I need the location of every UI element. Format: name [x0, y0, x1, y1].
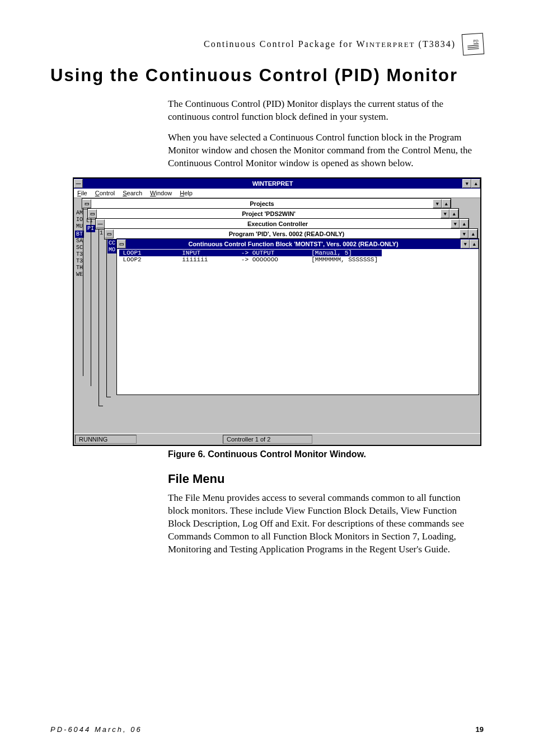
system-menu-icon[interactable]: ▭ — [117, 240, 126, 248]
cc-title: Continuous Control Function Block 'MONTS… — [126, 241, 461, 247]
project-window: ▭ Project 'PDS2WIN' ▾ ▴ — [87, 208, 459, 219]
mdi-client-area: AM IO MU BT SA SC T3 T3 TH WE ▭ Projects… — [74, 198, 480, 433]
exec-title: Execution Controller — [105, 220, 451, 227]
page-header: Continuous Control Package for WINTERPRE… — [50, 34, 484, 55]
maximize-button[interactable]: ▴ — [470, 240, 479, 248]
system-menu-icon[interactable]: — — [96, 219, 105, 228]
restore-button[interactable]: ▾ — [451, 219, 460, 228]
restore-button[interactable]: ▾ — [461, 240, 470, 248]
logo-label: PD — [473, 39, 479, 44]
page-title: Using the Continuous Control (PID) Monit… — [50, 65, 484, 87]
maximize-button[interactable]: ▴ — [469, 229, 477, 238]
menu-bar: File Control Search Window Help — [74, 189, 480, 198]
minimize-button[interactable]: ▾ — [462, 179, 471, 188]
status-bar: RUNNING Controller 1 of 2 — [74, 433, 480, 445]
cascade-edge-3 — [99, 229, 103, 406]
app-title: WINTERPRET — [83, 180, 462, 187]
section-heading: File Menu — [168, 472, 478, 486]
footer-left: PD-6044 March, 06 — [50, 725, 142, 734]
figure-caption: Figure 6. Continuous Control Monitor Win… — [50, 449, 484, 459]
maximize-button[interactable]: ▴ — [449, 209, 458, 218]
page-footer: PD-6044 March, 06 19 — [50, 725, 484, 734]
restore-button[interactable]: ▾ — [441, 209, 449, 218]
intro-paragraph-1: The Continuous Control (PID) Monitor dis… — [168, 98, 478, 124]
cascade-edge-1 — [83, 208, 87, 376]
menu-file[interactable]: File — [77, 190, 87, 196]
maximize-button[interactable]: ▴ — [471, 179, 480, 188]
section-body: The File Menu provides access to several… — [168, 492, 478, 556]
system-menu-icon[interactable]: — — [74, 179, 83, 188]
cascade-edge-4 — [106, 240, 111, 397]
system-menu-icon[interactable]: ▭ — [88, 209, 97, 218]
exec-controller-window: — Execution Controller ▾ ▴ — [95, 218, 469, 229]
app-titlebar[interactable]: — WINTERPRET ▾ ▴ — [74, 179, 480, 189]
menu-control[interactable]: Control — [95, 190, 115, 196]
maximize-button[interactable]: ▴ — [460, 219, 469, 228]
app-window: — WINTERPRET ▾ ▴ File Control Search Win… — [73, 177, 481, 446]
menu-search[interactable]: Search — [123, 190, 142, 196]
projects-window: ▭ Projects ▾ ▴ — [82, 198, 451, 209]
restore-button[interactable]: ▾ — [460, 229, 469, 238]
menu-help[interactable]: Help — [180, 190, 193, 196]
header-text: Continuous Control Package for WINTERPRE… — [204, 39, 456, 49]
system-menu-icon[interactable]: ▭ — [105, 229, 114, 238]
program-title: Program 'PID', Vers. 0002 (READ-ONLY) — [114, 231, 460, 237]
intro-paragraph-2: When you have selected a Continuous Cont… — [168, 132, 478, 170]
maximize-button[interactable]: ▴ — [442, 199, 451, 208]
menu-window[interactable]: Window — [150, 190, 172, 196]
program-window: ▭ Program 'PID', Vers. 0002 (READ-ONLY) … — [104, 228, 478, 240]
status-controller: Controller 1 of 2 — [223, 435, 312, 444]
footer-page-number: 19 — [476, 725, 484, 734]
cc-row-selected[interactable]: LOOP1 INPUT -> OUTPUT [Manual, 5] — [119, 250, 382, 256]
cc-window: ▭ Continuous Control Function Block 'MON… — [116, 238, 479, 395]
restore-button[interactable]: ▾ — [433, 199, 442, 208]
cascade-edge-2 — [91, 218, 95, 386]
cc-body[interactable]: LOOP1 INPUT -> OUTPUT [Manual, 5] LOOP2 … — [117, 249, 479, 395]
project-title: Project 'PDS2WIN' — [97, 210, 441, 217]
logo-icon: PD — [462, 33, 485, 56]
system-menu-icon[interactable]: ▭ — [82, 199, 91, 208]
projects-title: Projects — [91, 200, 433, 207]
status-running: RUNNING — [75, 435, 137, 444]
